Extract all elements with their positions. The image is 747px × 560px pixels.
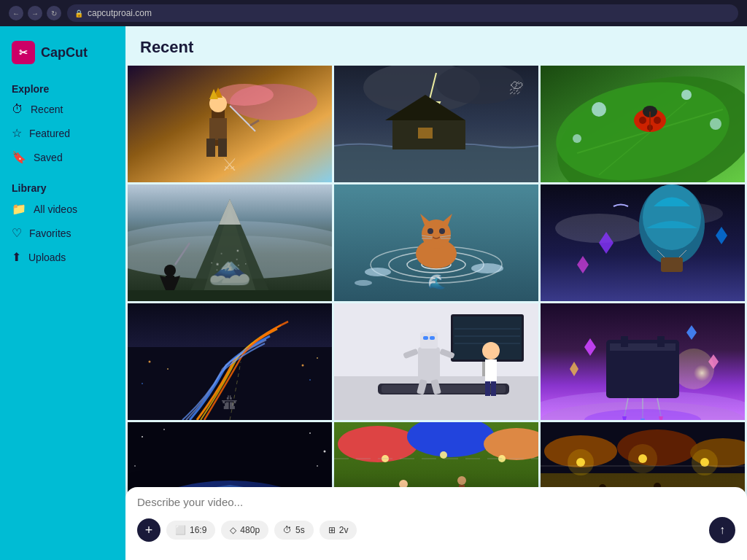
grid-cell-9[interactable] [541, 303, 745, 420]
recent-label: Recent [31, 104, 63, 115]
favorites-label: Favorites [29, 228, 71, 239]
aspect-ratio-button[interactable]: ⬜ 16:9 [166, 521, 215, 540]
svg-point-80 [309, 379, 311, 381]
svg-rect-67 [661, 257, 683, 272]
quality-button[interactable]: ◇ 480p [221, 521, 268, 540]
svg-point-78 [317, 357, 318, 359]
svg-point-27 [573, 134, 581, 143]
sidebar-item-favorites[interactable]: ♡ Favorites [0, 221, 125, 245]
grid-cell-1[interactable] [128, 66, 332, 182]
sidebar-item-saved[interactable]: 🔖 Saved [0, 145, 125, 169]
svg-point-76 [167, 368, 169, 370]
svg-point-101 [482, 342, 500, 359]
svg-rect-7 [209, 118, 227, 140]
svg-point-128 [324, 451, 326, 453]
duration-button[interactable]: ⏱ 5s [274, 521, 314, 540]
clips-icon: ⊞ [328, 525, 336, 535]
sidebar-item-featured[interactable]: ☆ Featured [0, 121, 125, 145]
duration-label: 5s [295, 525, 305, 535]
svg-rect-9 [218, 139, 227, 157]
svg-point-56 [427, 228, 433, 234]
svg-rect-18 [418, 128, 433, 139]
grid-cell-6[interactable] [541, 184, 745, 301]
svg-point-174 [692, 449, 718, 475]
svg-rect-96 [430, 336, 435, 340]
svg-rect-0 [128, 66, 332, 182]
reload-button[interactable]: ↻ [47, 6, 61, 20]
duration-icon: ⏱ [283, 525, 292, 535]
logo-text: CapCut [41, 45, 88, 61]
sidebar: ✂ CapCut Explore ⏱ Recent ☆ Featured 🔖 S… [0, 26, 125, 560]
svg-point-26 [710, 118, 721, 130]
browser-chrome: ← → ↻ 🔒 capcutproai.com [0, 0, 747, 26]
favorites-icon: ♡ [12, 226, 22, 240]
svg-point-25 [681, 90, 692, 100]
quality-icon: ◇ [230, 525, 236, 535]
sidebar-item-all-videos[interactable]: 📁 All videos [0, 197, 125, 221]
sidebar-item-recent[interactable]: ⏱ Recent [0, 98, 125, 121]
featured-label: Featured [29, 128, 70, 139]
svg-point-138 [338, 426, 418, 462]
svg-point-130 [317, 465, 318, 467]
svg-rect-95 [423, 336, 428, 340]
recent-icon: ⏱ [12, 103, 23, 116]
svg-rect-74 [128, 347, 332, 420]
submit-button[interactable]: ↑ [709, 517, 735, 543]
prompt-bar: + ⬜ 16:9 ◇ 480p ⏱ 5s ⊞ 2v ↑ [125, 487, 747, 560]
svg-rect-102 [485, 359, 497, 381]
svg-point-30 [639, 117, 646, 124]
svg-point-63 [555, 214, 643, 243]
svg-point-24 [592, 102, 606, 117]
all-videos-label: All videos [34, 203, 77, 215]
image-grid: Innovation and Sustainability in Electri… [125, 66, 747, 539]
forward-button[interactable]: → [28, 6, 42, 20]
svg-point-106 [673, 349, 714, 389]
svg-point-49 [365, 268, 391, 276]
featured-icon: ☆ [12, 126, 22, 140]
clips-button[interactable]: ⊞ 2v [320, 521, 357, 540]
add-button[interactable]: + [137, 518, 160, 542]
svg-rect-94 [420, 332, 438, 349]
prompt-controls: + ⬜ 16:9 ◇ 480p ⏱ 5s ⊞ 2v ↑ [137, 517, 735, 543]
grid-cell-4[interactable] [128, 184, 332, 301]
grid-cell-8[interactable] [334, 303, 538, 420]
svg-point-154 [440, 451, 447, 459]
logo-icon: ✂ [12, 41, 35, 64]
grid-cell-5[interactable] [334, 184, 538, 301]
svg-rect-8 [206, 139, 215, 157]
svg-point-41 [164, 265, 176, 276]
svg-point-50 [471, 263, 503, 273]
back-button[interactable]: ← [9, 6, 23, 20]
logo-symbol: ✂ [19, 47, 28, 58]
svg-point-151 [457, 476, 466, 485]
svg-point-125 [142, 436, 143, 438]
svg-point-51 [355, 280, 372, 286]
logo-area: ✂ CapCut [0, 35, 125, 79]
lock-icon: 🔒 [74, 9, 83, 18]
browser-nav-controls: ← → ↻ [9, 6, 61, 20]
submit-icon: ↑ [719, 524, 725, 537]
page-title: Recent [125, 26, 747, 66]
quality-label: 480p [240, 525, 260, 535]
svg-rect-15 [334, 146, 538, 182]
svg-rect-111 [621, 336, 628, 347]
svg-point-126 [163, 429, 165, 430]
sidebar-item-uploads[interactable]: ⬆ Uploads [0, 245, 125, 269]
address-bar[interactable]: 🔒 capcutproai.com [67, 4, 738, 22]
library-section-label: Library [0, 178, 125, 197]
svg-point-172 [568, 449, 594, 475]
grid-cell-7[interactable] [128, 303, 332, 420]
svg-point-79 [142, 383, 143, 384]
svg-rect-110 [610, 343, 676, 351]
svg-point-57 [439, 228, 445, 234]
grid-cell-3[interactable] [541, 66, 745, 182]
all-videos-icon: 📁 [12, 202, 26, 216]
prompt-input[interactable] [137, 496, 735, 508]
svg-rect-90 [482, 362, 485, 376]
grid-cell-2[interactable] [334, 66, 538, 182]
svg-rect-43 [128, 290, 332, 301]
svg-point-66 [643, 184, 701, 250]
svg-rect-112 [657, 336, 665, 347]
svg-point-77 [302, 365, 304, 367]
url-text: capcutproai.com [88, 8, 152, 18]
